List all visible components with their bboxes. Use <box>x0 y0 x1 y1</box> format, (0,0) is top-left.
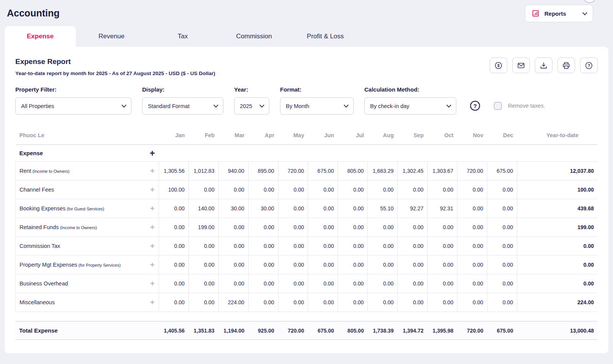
print-button[interactable] <box>557 57 575 73</box>
page-title: Accounting <box>7 5 60 19</box>
row-label-cell: Miscellaneous+ <box>16 293 159 312</box>
filters-list: Property Filter:All PropertiesDisplay:St… <box>15 86 456 115</box>
month-value: 30.00 <box>248 199 278 218</box>
total-row: Total Expense1,405.561,351.831,194.00925… <box>15 321 598 340</box>
month-value: 720.00 <box>278 162 308 180</box>
row-label-cell: Business Overhead+ <box>16 274 159 293</box>
ytd-value: 199.00 <box>517 218 598 237</box>
print-icon <box>562 61 570 70</box>
remove-taxes-checkbox[interactable] <box>494 102 502 110</box>
filters-help-icon[interactable]: ? <box>469 100 481 111</box>
filter-label: Year: <box>234 86 269 93</box>
total-month-value: 1,351.83 <box>188 321 218 340</box>
total-month-value: 720.00 <box>278 321 308 340</box>
month-value: 1,012.83 <box>188 162 218 180</box>
download-button[interactable] <box>535 57 552 73</box>
month-value: 0.00 <box>368 180 398 199</box>
month-header: Oct <box>428 127 457 145</box>
table-row: Commission Tax+0.000.000.000.000.000.000… <box>16 237 598 256</box>
help-icon: ? <box>585 61 593 70</box>
row-label: Rent <box>20 168 31 174</box>
tab-bar: ExpenseRevenueTaxCommissionProfit & Loss <box>5 26 608 47</box>
table-row: Booking Expenses (for Guest Services)+0.… <box>16 199 598 218</box>
tab-tax[interactable]: Tax <box>147 26 218 47</box>
tab-profit-loss[interactable]: Profit & Loss <box>290 26 361 47</box>
filter-label: Format: <box>280 86 354 93</box>
expense-table: Phuoc LeJanFebMarAprMayJunJulAugSepOctNo… <box>15 127 598 312</box>
chevron-down-icon <box>446 103 451 108</box>
add-row-button[interactable]: + <box>150 187 155 192</box>
month-value: 0.00 <box>338 180 368 199</box>
format-select[interactable]: By Month <box>280 97 354 115</box>
help-button[interactable]: ? <box>580 57 598 73</box>
add-expense-button[interactable]: + <box>150 151 155 156</box>
filter-label: Display: <box>142 86 223 93</box>
chevron-down-icon <box>344 103 349 108</box>
select-value: Standard Format <box>148 103 190 109</box>
month-value: 0.00 <box>218 256 248 274</box>
table-row: Miscellaneous+0.000.00224.000.000.000.00… <box>16 293 598 312</box>
row-label: Property Mgt Expenses <box>20 262 77 268</box>
filter-year: Year:2025 <box>234 86 269 115</box>
month-value: 0.00 <box>188 293 218 312</box>
calculation-method-select[interactable]: By check-in day <box>364 97 456 115</box>
tab-commission[interactable]: Commission <box>218 26 290 47</box>
currency-button[interactable]: $ <box>490 57 507 73</box>
report-subtitle: Year-to-date report by month for 2025 - … <box>15 71 215 76</box>
add-row-button[interactable]: + <box>150 243 155 249</box>
select-value: By check-in day <box>370 103 409 109</box>
email-button[interactable] <box>512 57 530 73</box>
row-label: Miscellaneous <box>20 299 55 305</box>
month-value: 675.00 <box>487 162 517 180</box>
month-value: 224.00 <box>218 293 248 312</box>
month-header: Dec <box>487 127 517 145</box>
filter-format: Format:By Month <box>280 86 354 115</box>
month-value: 805.00 <box>338 162 368 180</box>
dollar-icon: $ <box>494 61 503 70</box>
tab-expense[interactable]: Expense <box>5 26 76 47</box>
month-value: 0.00 <box>398 237 428 256</box>
month-value: 0.00 <box>368 293 398 312</box>
svg-text:?: ? <box>588 63 590 67</box>
month-value: 0.00 <box>188 256 218 274</box>
month-value: 55.10 <box>368 199 398 218</box>
reports-dropdown[interactable]: Reports <box>525 5 593 22</box>
year-select[interactable]: 2025 <box>234 97 269 115</box>
month-value: 0.00 <box>248 218 278 237</box>
month-value: 0.00 <box>188 237 218 256</box>
chevron-down-icon <box>259 103 264 108</box>
month-value: 92.31 <box>428 199 457 218</box>
add-row-button[interactable]: + <box>150 262 155 267</box>
add-row-button[interactable]: + <box>150 300 155 305</box>
row-label-cell: Property Mgt Expenses (for Property Serv… <box>16 256 159 274</box>
total-month-value: 925.00 <box>248 321 278 340</box>
month-header: Jan <box>159 127 188 145</box>
display-select[interactable]: Standard Format <box>142 97 223 115</box>
month-value: 0.00 <box>457 237 487 256</box>
row-label-cell: Commission Tax+ <box>16 237 159 256</box>
property-filter-select[interactable]: All Properties <box>15 97 131 115</box>
month-value: 0.00 <box>159 237 188 256</box>
filter-display: Display:Standard Format <box>142 86 223 115</box>
filter-property-filter: Property Filter:All Properties <box>15 86 131 115</box>
month-header: Apr <box>248 127 278 145</box>
month-value: 100.00 <box>159 180 188 199</box>
add-row-button[interactable]: + <box>150 168 155 174</box>
month-value: 0.00 <box>487 199 517 218</box>
add-row-button[interactable]: + <box>150 225 155 230</box>
section-cell: Expense+ <box>16 145 159 162</box>
month-value: 0.00 <box>457 293 487 312</box>
select-value: All Properties <box>21 103 54 109</box>
filter-label: Property Filter: <box>15 86 131 93</box>
add-row-button[interactable]: + <box>150 281 155 286</box>
month-value: 0.00 <box>428 256 457 274</box>
table-row: Property Mgt Expenses (for Property Serv… <box>16 256 598 274</box>
tab-revenue[interactable]: Revenue <box>76 26 147 47</box>
month-value: 0.00 <box>278 180 308 199</box>
filters-row: Property Filter:All PropertiesDisplay:St… <box>15 86 598 115</box>
select-value: 2025 <box>240 103 252 109</box>
add-row-button[interactable]: + <box>150 206 155 211</box>
month-value: 0.00 <box>159 256 188 274</box>
owner-name: Phuoc Le <box>16 127 159 145</box>
row-label-cell: Channel Fees+ <box>16 180 159 199</box>
